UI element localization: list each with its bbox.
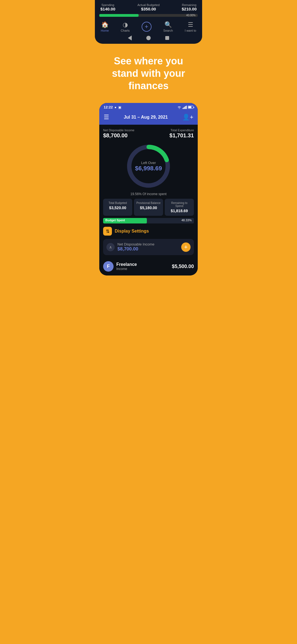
remaining-value: $210.00	[182, 7, 197, 11]
remaining-to-spend-label: Remaining to Spend	[167, 201, 192, 208]
back-button[interactable]	[127, 36, 132, 40]
top-stats-row: Spending $140.00 Actual Budgeted $350.00…	[95, 0, 202, 12]
home-button[interactable]	[146, 36, 151, 40]
hero-heading: See where you stand with your finances	[103, 55, 194, 92]
provisional-balance-value: $5,180.00	[136, 206, 161, 210]
provisional-balance-label: Provisional Balance	[136, 201, 161, 204]
menu-icon: ☰	[188, 21, 193, 28]
net-disposable-col: Net Disposable Income $8,700.00	[103, 129, 134, 139]
nav-search-label: Search	[163, 29, 173, 32]
add-circle-icon[interactable]: +	[142, 22, 152, 32]
status-icons-right	[177, 106, 193, 109]
income-expenditure-row: Net Disposable Income $8,700.00 Total Ex…	[103, 129, 194, 139]
nav-search[interactable]: 🔍 Search	[163, 21, 173, 32]
donut-label: Left Over $6,998.69	[135, 161, 162, 172]
wifi-icon	[177, 106, 182, 109]
total-expenditure-col: Total Expenditure $1,701.31	[169, 129, 194, 139]
donut-left-over-value: $6,998.69	[135, 165, 162, 172]
phone-main-content: Net Disposable Income $8,700.00 Total Ex…	[99, 125, 198, 275]
provisional-balance-card: Provisional Balance $5,180.00	[134, 199, 163, 216]
freelance-name: Freelance	[116, 262, 137, 267]
remaining-to-spend-card: Remaining to Spend $1,818.69	[165, 199, 194, 216]
recents-button[interactable]	[165, 36, 170, 40]
chevron-up-icon[interactable]: ∧	[106, 243, 115, 251]
nav-iwantto[interactable]: ☰ I want to	[185, 21, 196, 32]
pct-income-spent: 19.56% Of income spent	[130, 192, 166, 196]
budget-bar: Budget Spent 48.33%	[103, 218, 194, 223]
net-disposable-label: Net Disposable Income	[103, 129, 134, 132]
battery-icon	[188, 106, 193, 109]
display-settings-icon: ⇅	[103, 227, 112, 236]
income-section-title: Net Disposable Income	[117, 242, 154, 246]
nav-home[interactable]: 🏠 Home	[101, 21, 109, 32]
hamburger-icon[interactable]: ☰	[104, 114, 109, 121]
income-section-left: ∧ Net Disposable Income $8,700.00	[106, 242, 154, 252]
add-person-icon[interactable]: 👤+	[182, 114, 193, 121]
actual-budgeted-stat: Actual Budgeted $350.00	[138, 3, 160, 11]
hero-section: See where you stand with your finances	[95, 44, 202, 103]
bottom-nav-bar: 🏠 Home ◑ Charts + 🔍 Search ☰ I want to	[95, 20, 202, 33]
search-icon: 🔍	[164, 21, 172, 28]
total-expenditure-label: Total Expenditure	[169, 129, 194, 132]
status-bar: 12:22 ● ▣	[99, 103, 198, 111]
spending-stat: Spending $140.00	[100, 3, 115, 11]
display-settings-row[interactable]: ⇅ Display Settings	[103, 227, 194, 236]
status-left: 12:22 ● ▣	[104, 105, 121, 109]
remaining-to-spend-value: $1,818.69	[167, 209, 192, 213]
income-section-info: Net Disposable Income $8,700.00	[117, 242, 154, 252]
remaining-stat: Remaining $210.00	[182, 3, 197, 11]
summary-cards: Total Budgeted $3,520.00 Provisional Bal…	[103, 199, 194, 216]
date-range: Jul 31 – Aug 29, 2021	[124, 115, 168, 120]
actual-budgeted-label: Actual Budgeted	[138, 3, 160, 7]
freelance-amount: $5,500.00	[172, 264, 194, 269]
app-header: ☰ Jul 31 – Aug 29, 2021 👤+	[99, 111, 198, 125]
signal-icon	[183, 106, 187, 109]
nav-add[interactable]: +	[142, 22, 152, 32]
budget-bar-label: Budget Spent	[105, 219, 125, 222]
add-income-button[interactable]: +	[181, 242, 191, 252]
top-progress-bar: 40.00%	[99, 14, 198, 17]
top-progress-label: 40.00%	[186, 14, 196, 17]
freelance-info: Freelance Income	[116, 262, 137, 271]
income-section-amount: $8,700.00	[117, 246, 154, 252]
freelance-income-row[interactable]: F Freelance Income $5,500.00	[103, 258, 194, 273]
freelance-avatar: F	[103, 261, 114, 272]
nav-charts-label: Charts	[121, 29, 130, 32]
home-icon: 🏠	[101, 21, 109, 28]
total-budgeted-label: Total Budgeted	[105, 201, 130, 204]
nav-home-label: Home	[101, 29, 109, 32]
android-nav-bar	[95, 33, 202, 42]
status-time: 12:22	[104, 105, 113, 109]
donut-container: Left Over $6,998.69	[124, 141, 173, 191]
income-section-header: ∧ Net Disposable Income $8,700.00 +	[106, 242, 191, 252]
freelance-type: Income	[116, 267, 137, 271]
nav-charts[interactable]: ◑ Charts	[121, 21, 130, 32]
total-budgeted-value: $3,520.00	[105, 206, 130, 210]
spending-value: $140.00	[100, 7, 115, 11]
bottom-phone-mockup: 12:22 ● ▣ ☰ Jul 31 –	[99, 103, 198, 275]
charts-icon: ◑	[123, 21, 128, 28]
display-settings-label: Display Settings	[115, 229, 149, 234]
status-icon-2: ▣	[118, 105, 121, 109]
freelance-left: F Freelance Income	[103, 261, 137, 272]
budget-bar-pct: 48.33%	[182, 219, 192, 222]
income-section: ∧ Net Disposable Income $8,700.00 +	[103, 239, 194, 255]
donut-left-over-label: Left Over	[135, 161, 162, 165]
nav-iwantto-label: I want to	[185, 29, 196, 32]
net-disposable-value: $8,700.00	[103, 132, 134, 139]
status-icon-1: ●	[114, 105, 116, 109]
remaining-label: Remaining	[182, 3, 197, 7]
total-budgeted-card: Total Budgeted $3,520.00	[103, 199, 132, 216]
donut-chart-section: Left Over $6,998.69 19.56% Of income spe…	[103, 141, 194, 196]
total-expenditure-value: $1,701.31	[169, 132, 194, 139]
spending-label: Spending	[100, 3, 115, 7]
top-phone-mockup: Spending $140.00 Actual Budgeted $350.00…	[95, 0, 202, 44]
actual-budgeted-value: $350.00	[138, 7, 160, 11]
top-progress-fill	[99, 14, 139, 17]
